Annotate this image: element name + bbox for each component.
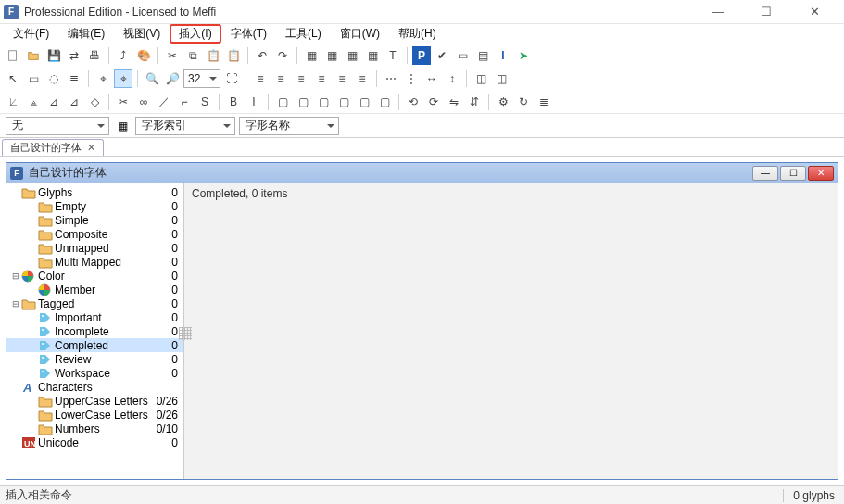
- smooth-icon[interactable]: S: [195, 93, 214, 111]
- align-top-icon[interactable]: ≡: [312, 69, 331, 88]
- menu-tools[interactable]: 工具(L): [276, 24, 331, 44]
- validate-icon[interactable]: ✔: [433, 46, 451, 65]
- zoom-out-icon[interactable]: 🔎: [163, 69, 182, 88]
- path-a-icon[interactable]: ⟀: [4, 93, 22, 111]
- bold-icon[interactable]: B: [224, 93, 243, 111]
- rect-select-icon[interactable]: ▭: [24, 69, 43, 88]
- child-maximize-button[interactable]: ☐: [780, 166, 806, 181]
- mirror-v-icon[interactable]: ⇵: [465, 93, 484, 111]
- print-icon[interactable]: 🖶: [85, 46, 104, 65]
- tab-close-icon[interactable]: ✕: [87, 142, 95, 154]
- box2-icon[interactable]: ▢: [294, 93, 312, 111]
- box5-icon[interactable]: ▢: [355, 93, 373, 111]
- child-close-button[interactable]: ✕: [808, 166, 834, 181]
- tree-row-unicode[interactable]: UNUnicode0: [6, 435, 183, 449]
- filter-combo-2[interactable]: 字形索引: [135, 117, 235, 135]
- tree-row-numbers[interactable]: Numbers0/10: [6, 422, 183, 435]
- dist-sp-icon[interactable]: ↕: [443, 69, 461, 88]
- align-center-icon[interactable]: ≡: [271, 69, 290, 88]
- tree-row-member[interactable]: Member0: [6, 283, 183, 296]
- menu-edit[interactable]: 编辑(E): [58, 24, 114, 44]
- tree-row-completed[interactable]: Completed0: [6, 338, 183, 352]
- grid-small-icon[interactable]: ▦: [302, 46, 321, 65]
- italic-icon[interactable]: I: [245, 93, 263, 111]
- tree-row-review[interactable]: Review0: [6, 352, 183, 366]
- compare-icon[interactable]: ⇄: [65, 46, 83, 65]
- tree-row-workspace[interactable]: Workspace0: [6, 366, 183, 380]
- tree-row-characters[interactable]: ACharacters: [6, 380, 183, 394]
- menu-window[interactable]: 窗口(W): [331, 24, 389, 44]
- path-e-icon[interactable]: ◇: [85, 93, 104, 111]
- mirror-h-icon[interactable]: ⇋: [445, 93, 463, 111]
- select-arrow-icon[interactable]: ↖: [4, 69, 22, 88]
- child-titlebar[interactable]: F 自己设计的字体 ― ☐ ✕: [6, 163, 838, 183]
- snap-b-icon[interactable]: ⌖: [114, 69, 132, 88]
- menu-insert[interactable]: 插入(I): [170, 24, 220, 44]
- tree-row-empty[interactable]: Empty0: [6, 199, 183, 213]
- filter-button-1[interactable]: ▦: [113, 117, 132, 135]
- snap-a-icon[interactable]: ⌖: [94, 69, 112, 88]
- tree-row-simple[interactable]: Simple0: [6, 213, 183, 227]
- knife-icon[interactable]: ／: [155, 93, 173, 111]
- dist-h-icon[interactable]: ⋯: [382, 69, 400, 88]
- menu-font[interactable]: 字体(T): [221, 24, 276, 44]
- align-right-icon[interactable]: ≡: [292, 69, 310, 88]
- path-b-icon[interactable]: ⟁: [24, 93, 43, 111]
- box4-icon[interactable]: ▢: [334, 93, 353, 111]
- tree-panel[interactable]: Glyphs0Empty0Simple0Composite0Unmapped0M…: [6, 183, 184, 479]
- zoom-combo[interactable]: 32: [183, 69, 220, 88]
- grid-large-icon[interactable]: ▦: [322, 46, 341, 65]
- window-maximize-button[interactable]: ☐: [748, 3, 785, 21]
- link-icon[interactable]: ∞: [134, 93, 153, 111]
- ungroup-icon[interactable]: ◫: [492, 69, 510, 88]
- box1-icon[interactable]: ▢: [273, 93, 292, 111]
- expander-icon[interactable]: ⊟: [10, 271, 21, 281]
- tree-row-incomplete[interactable]: Incomplete0: [6, 324, 183, 338]
- transform-a-icon[interactable]: ⟲: [404, 93, 422, 111]
- text-sample-icon[interactable]: I: [494, 46, 512, 65]
- open-icon[interactable]: [24, 46, 43, 65]
- cut-icon[interactable]: ✂: [163, 46, 182, 65]
- gear-icon[interactable]: ⚙: [494, 93, 512, 111]
- path-c-icon[interactable]: ⊿: [44, 93, 63, 111]
- window-close-button[interactable]: ✕: [796, 3, 833, 21]
- grid-prop-icon[interactable]: ▦: [343, 46, 361, 65]
- lasso-icon[interactable]: ◌: [44, 69, 63, 88]
- tree-row-glyphs[interactable]: Glyphs0: [6, 185, 183, 199]
- paste-special-icon[interactable]: 📋: [224, 46, 243, 65]
- palette-icon[interactable]: 🎨: [134, 46, 153, 65]
- box3-icon[interactable]: ▢: [314, 93, 333, 111]
- paste-icon[interactable]: 📋: [204, 46, 222, 65]
- tree-row-color[interactable]: ⊟Color0: [6, 269, 183, 283]
- new-icon[interactable]: [4, 46, 22, 65]
- filter-combo-3[interactable]: 字形名称: [239, 117, 339, 135]
- arrow-tool-icon[interactable]: ➤: [514, 46, 533, 65]
- grid-tool-icon[interactable]: ▦: [363, 46, 382, 65]
- group-icon[interactable]: ◫: [472, 69, 490, 88]
- window-layout-icon[interactable]: ▭: [453, 46, 472, 65]
- window-minimize-button[interactable]: ―: [699, 3, 737, 21]
- menu-view[interactable]: 视图(V): [114, 24, 170, 44]
- align-bot-icon[interactable]: ≡: [353, 69, 372, 88]
- tree-row-tagged[interactable]: ⊟Tagged0: [6, 296, 183, 310]
- park-icon[interactable]: P: [412, 46, 431, 65]
- dist-eq-icon[interactable]: ↔: [422, 69, 441, 88]
- copy-icon[interactable]: ⧉: [183, 46, 202, 65]
- dist-v-icon[interactable]: ⋮: [402, 69, 421, 88]
- redo-icon[interactable]: ↷: [273, 46, 292, 65]
- stack-icon[interactable]: ≣: [535, 93, 553, 111]
- save-icon[interactable]: 💾: [44, 46, 63, 65]
- child-minimize-button[interactable]: ―: [752, 166, 778, 181]
- menu-help[interactable]: 帮助(H): [389, 24, 446, 44]
- tree-row-uppercase-letters[interactable]: UpperCase Letters0/26: [6, 394, 183, 408]
- tree-row-unmapped[interactable]: Unmapped0: [6, 241, 183, 255]
- corner-icon[interactable]: ⌐: [175, 93, 194, 111]
- tree-row-multi-mapped[interactable]: Multi Mapped0: [6, 255, 183, 269]
- launch-icon[interactable]: ⤴: [114, 46, 132, 65]
- align-mid-icon[interactable]: ≡: [333, 69, 351, 88]
- transform-b-icon[interactable]: ⟳: [424, 93, 443, 111]
- box6-icon[interactable]: ▢: [375, 93, 394, 111]
- text-tool-icon[interactable]: T: [384, 46, 402, 65]
- cells-icon[interactable]: ▤: [473, 46, 492, 65]
- align-left-icon[interactable]: ≡: [251, 69, 270, 88]
